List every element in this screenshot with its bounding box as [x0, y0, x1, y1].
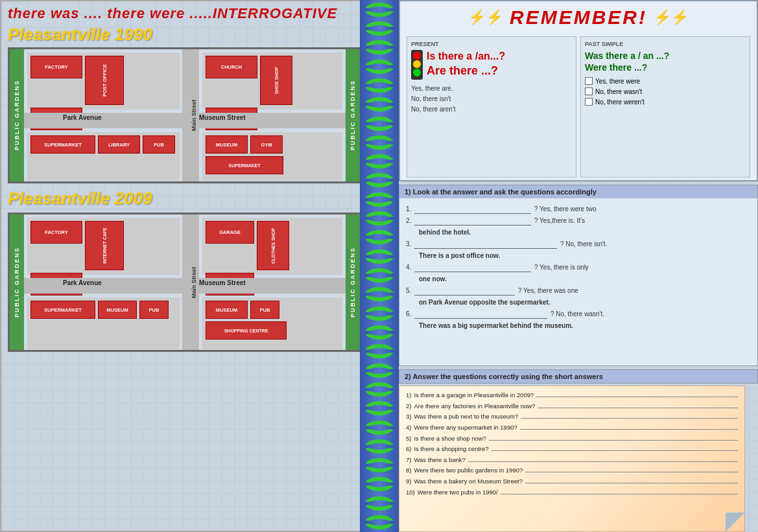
- spiral-ring-16: [365, 306, 394, 321]
- public-gardens-right-1990: PUBLIC GARDENS: [346, 49, 360, 181]
- lightning-left: ⚡⚡: [468, 9, 503, 26]
- exercise2-title-bar: 2) Answer the questions correctly using …: [399, 369, 758, 384]
- spiral-ring-26: [365, 496, 394, 511]
- spiral-ring-23: [365, 439, 394, 454]
- answer-item-4: 4) Were there any supermarket in 1990?: [406, 422, 738, 434]
- past-q1: Was there a / an ...?: [585, 50, 746, 62]
- answer-item-5: 5) Is there a shoe shop now?: [406, 434, 738, 445]
- answer-item-1: 1) Is there a a garage in Pleasantville …: [406, 390, 738, 401]
- main-street-label-2009: Main Street: [191, 266, 197, 298]
- ex1-continuation-2: behind the hotel.: [406, 227, 751, 237]
- main-street-label: Main Street: [191, 100, 197, 132]
- block-tl-2009: FACTORY INTERNET CAFE BANK: [27, 218, 180, 275]
- spiral-ring-13: [365, 249, 394, 264]
- ex1-continuation-3: There is a post office now.: [406, 251, 751, 260]
- supermarket-2009: SUPERMARKET: [30, 301, 95, 319]
- spiral-ring-11: [365, 211, 394, 226]
- present-column: PRESENT Is there a /an...? Are there ...…: [407, 36, 576, 178]
- spiral-ring-9: [365, 173, 394, 187]
- clothes-shop-2009: CLOTHES SHOP: [257, 221, 289, 270]
- spiral-ring-7: [365, 135, 394, 150]
- public-gardens-left-1990: PUBLIC GARDENS: [10, 49, 24, 181]
- exercise1-section: 1) Look at the answer and ask the questi…: [399, 185, 758, 366]
- supermaket-1990: SUPERMAKET: [206, 156, 283, 174]
- block-tr-1990: CHURCH SHOE SHOP BAKERY: [202, 52, 342, 110]
- answer-item-6: 6) Is there a shopping centre?: [406, 444, 738, 455]
- spiral-binding: [360, 0, 399, 532]
- spiral-ring-4: [365, 78, 394, 93]
- spiral-ring-1: [365, 21, 394, 36]
- gym-1990: GYM: [250, 135, 283, 154]
- checkbox-area: Yes, there were No, there wasn't No, the…: [585, 77, 746, 106]
- present-answers: Yes, there are. No, there isn't No, ther…: [411, 84, 572, 115]
- answer-sheet: 1) Is there a a garage in Pleasantville …: [399, 386, 745, 532]
- block-br-2009: MUSEUM PUB SHOPPING CENTRE: [202, 297, 342, 349]
- no-there-werent: No, there weren't: [595, 98, 645, 106]
- ex1-continuation-4: one now.: [406, 274, 751, 284]
- park-avenue-label-2009: Park Avenue: [63, 279, 102, 286]
- block-tr-2009: GARAGE CLOTHES SHOP HOTEL: [202, 218, 342, 275]
- ex1-item-6: 6. ? No, there wasn't.: [406, 309, 751, 319]
- exercise2-section: 1) Is there a a garage in Pleasantville …: [399, 386, 758, 532]
- present-q1: Is there a /an...?: [427, 50, 505, 64]
- spiral-ring-12: [365, 230, 394, 244]
- checkbox-1[interactable]: [585, 77, 593, 85]
- museum-street-label-1990: Museum Street: [199, 114, 246, 121]
- post-office-1990: POST OFFICE: [85, 56, 124, 105]
- remember-title: REMEMBER!: [507, 4, 650, 31]
- factory-1-1990: FACTORY: [30, 56, 82, 78]
- museum-br-2009: MUSEUM: [206, 301, 248, 319]
- spiral-ring-15: [365, 287, 394, 301]
- answer-item-2: 2) Are there any factories in Pleasantvi…: [406, 401, 738, 412]
- checkbox-3[interactable]: [585, 98, 593, 106]
- spiral-ring-10: [365, 192, 394, 207]
- answer-sheet-content: 1) Is there a a garage in Pleasantville …: [406, 390, 738, 498]
- pub-bl-2009: PUB: [139, 301, 169, 319]
- spiral-ring-21: [365, 401, 394, 415]
- map-2009: PUBLIC GARDENS PUBLIC GARDENS Main Stree…: [8, 213, 362, 352]
- exercise2-title: 2) Answer the questions correctly using …: [405, 373, 603, 380]
- exercise1-content: 1. ? Yes, there were two 2. ? Yes,there …: [399, 198, 757, 336]
- folded-corner: [726, 513, 745, 532]
- public-gardens-left-2009: PUBLIC GARDENS: [10, 214, 24, 350]
- answer-item-3: 3) Was there a pub next to the museum?: [406, 411, 738, 422]
- spiral-ring-17: [365, 325, 394, 340]
- answer-item-10: 10) Were there two pubs in 1990/: [406, 487, 738, 498]
- spiral-ring-24: [365, 458, 394, 472]
- no-there-wasnt: No, there wasn't: [595, 88, 642, 95]
- spiral-ring-14: [365, 268, 394, 283]
- remember-box: ⚡⚡ REMEMBER! ⚡⚡ PRESENT Is there a /an..…: [399, 0, 758, 181]
- church-1990: CHURCH: [206, 56, 257, 78]
- shoe-shop-1990: SHOE SHOP: [260, 56, 292, 105]
- past-column: PAST SIMPLE Was there a / an ...? Were t…: [580, 36, 750, 178]
- ex1-item-1: 1. ? Yes, there were two: [406, 204, 751, 214]
- lightning-right: ⚡⚡: [654, 9, 689, 26]
- left-panel: there was .... there were .....INTERROGA…: [0, 0, 370, 532]
- map-inner-1990: Main Street Park Avenue Museum Street FA…: [24, 49, 346, 181]
- spiral-ring-3: [365, 60, 394, 74]
- block-bl-1990: SUPERMARKET LIBRARY PUB: [27, 132, 180, 181]
- spiral-ring-2: [365, 40, 394, 54]
- ex1-item-3: 3. ? No, there isn't.: [406, 239, 751, 249]
- ex1-continuation-5: on Park Avenue opposite the supermarket.: [406, 297, 751, 307]
- spiral-ring-18: [365, 344, 394, 358]
- ex1-continuation-6: There was a big supermarket behind the m…: [406, 321, 751, 330]
- library-1990: LIBRARY: [98, 135, 140, 154]
- block-bl-2009: SUPERMARKET MUSEUM PUB: [27, 297, 180, 349]
- museum-street-label-2009: Museum Street: [199, 279, 246, 286]
- ex1-item-2: 2. ? Yes,there is. It's: [406, 216, 751, 226]
- answer-item-8: 8) Were there two public gardens in 1990…: [406, 465, 738, 476]
- museum-bl-2009: MUSEUM: [98, 301, 137, 319]
- spiral-ring-25: [365, 477, 394, 491]
- garage-2009: GARAGE: [206, 221, 254, 244]
- past-label: PAST SIMPLE: [585, 41, 746, 47]
- block-br-1990: MUSEUM GYM SUPERMAKET: [202, 132, 342, 181]
- answer-item-9: 9) Was there a bakery on Museum Street?: [406, 476, 738, 487]
- checkbox-2[interactable]: [585, 87, 593, 95]
- internet-cafe-2009: INTERNET CAFE: [85, 221, 124, 270]
- ex1-item-4: 4. ? Yes, there is only: [406, 262, 751, 272]
- right-panel: ⚡⚡ REMEMBER! ⚡⚡ PRESENT Is there a /an..…: [399, 0, 758, 532]
- spiral-ring-20: [365, 382, 394, 397]
- main-street-1990: Main Street: [182, 49, 199, 181]
- main-street-2009: Main Street: [182, 214, 199, 350]
